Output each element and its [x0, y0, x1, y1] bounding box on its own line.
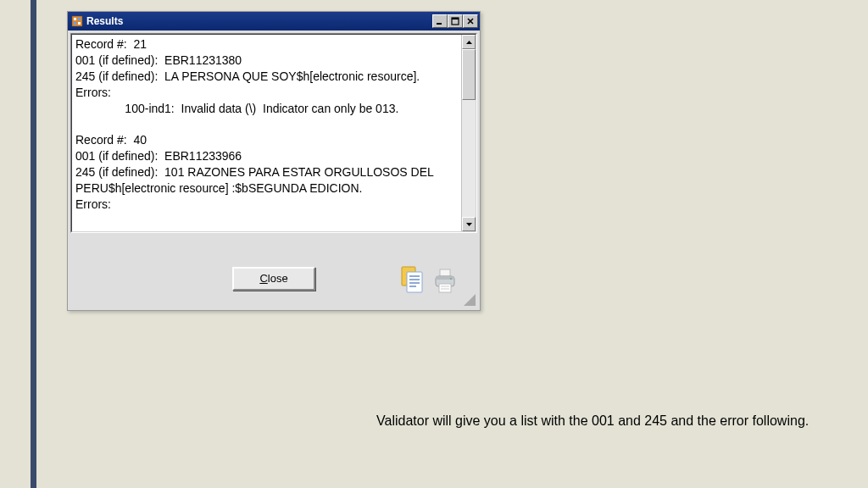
results-textbox-frame: Record #: 21 001 (if defined): EBR112313…	[70, 33, 477, 233]
results-textbox[interactable]: Record #: 21 001 (if defined): EBR112313…	[72, 35, 461, 231]
window-titlebar[interactable]: Results	[68, 12, 480, 30]
copy-icon[interactable]	[399, 265, 425, 294]
svg-rect-13	[407, 272, 422, 292]
svg-marker-11	[466, 223, 472, 226]
app-icon	[71, 15, 83, 27]
window-content: Record #: 21 001 (if defined): EBR112313…	[68, 30, 480, 310]
svg-rect-3	[74, 22, 76, 25]
scroll-up-button[interactable]	[462, 35, 476, 49]
print-icon[interactable]	[431, 267, 459, 294]
close-button[interactable]: Close	[232, 267, 315, 291]
close-button-label-rest: lose	[268, 272, 288, 285]
svg-rect-4	[78, 22, 81, 25]
svg-rect-2	[78, 18, 81, 20]
svg-rect-1	[74, 18, 76, 20]
svg-rect-21	[439, 284, 451, 292]
svg-rect-0	[72, 16, 82, 26]
minimize-button[interactable]	[432, 14, 448, 28]
window-title: Results	[86, 15, 432, 27]
svg-rect-7	[452, 18, 459, 19]
close-window-button[interactable]	[463, 14, 478, 28]
window-controls	[432, 14, 478, 28]
svg-rect-5	[437, 23, 442, 25]
svg-marker-10	[466, 41, 472, 44]
scroll-track[interactable]	[462, 49, 476, 217]
scroll-thumb[interactable]	[462, 49, 476, 100]
button-bar: Close	[70, 233, 477, 308]
maximize-button[interactable]	[448, 14, 463, 28]
slide-left-accent-bar	[31, 0, 36, 488]
vertical-scrollbar[interactable]	[461, 35, 476, 231]
scroll-down-button[interactable]	[462, 217, 476, 231]
svg-point-24	[450, 278, 452, 280]
svg-rect-18	[440, 269, 450, 276]
slide-caption: Validator will give you a list with the …	[376, 413, 809, 429]
results-window: Results Record #: 21 001 (if defined): E…	[67, 11, 481, 311]
resize-grip[interactable]	[464, 294, 476, 306]
